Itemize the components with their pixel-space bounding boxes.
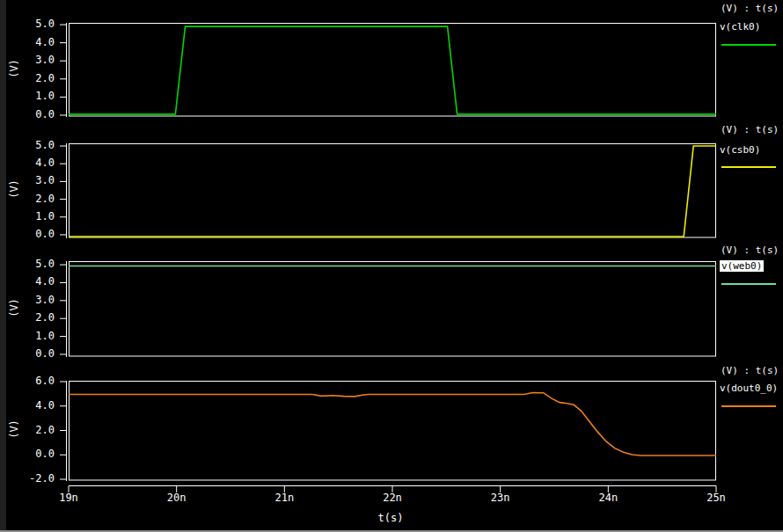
x-axis-tick-label: 22n: [373, 492, 412, 504]
y-axis-tick-label: 0.0: [16, 229, 55, 240]
y-axis-tick-label: 0.0: [16, 348, 55, 360]
plot-area-dout0_0[interactable]: [56, 381, 720, 481]
x-axis-title: t(s): [366, 512, 415, 524]
y-axis-tick-label: 3.0: [16, 295, 55, 306]
legend-header: (V) : t(s): [721, 124, 779, 135]
y-axis-tick-label: 5.0: [16, 140, 55, 151]
y-axis-tick-label: -2.0: [16, 473, 55, 485]
y-axis-tick-label: 1.0: [16, 91, 55, 102]
x-axis-tick-label: 23n: [481, 492, 520, 504]
y-axis-tick-label: 6.0: [16, 375, 55, 387]
legend-color-line-dout0_0: [721, 405, 776, 407]
y-axis-tick-label: 5.0: [16, 259, 55, 270]
legend-header: (V) : t(s): [721, 3, 779, 14]
y-axis-tick-label: 1.0: [16, 331, 55, 342]
y-axis-tick-label: 3.0: [16, 55, 55, 66]
y-axis-tick-label: 0.0: [16, 448, 55, 460]
y-axis-tick-label: 2.0: [16, 73, 55, 84]
legend-color-line-web0: [721, 283, 776, 285]
x-axis-tick-label: 21n: [265, 492, 304, 504]
legend-signal-csb0[interactable]: v(csb0): [720, 144, 760, 156]
legend-signal-clk0[interactable]: v(clk0): [720, 21, 760, 33]
legend-header: (V) : t(s): [721, 244, 779, 256]
x-axis-tick-label: 20n: [157, 492, 196, 504]
y-axis-tick-label: 2.0: [16, 312, 55, 324]
y-axis-tick-label: 1.0: [16, 211, 55, 222]
legend-color-line-csb0: [721, 166, 776, 168]
plot-area-web0[interactable]: [56, 261, 720, 357]
y-axis-tick-label: 2.0: [16, 425, 55, 436]
y-axis-tick-label: 4.0: [16, 276, 55, 288]
y-axis-tick-label: 3.0: [16, 175, 55, 186]
x-axis-tick-label: 19n: [49, 492, 88, 504]
y-axis-tick-label: 4.0: [16, 400, 55, 412]
x-axis-tick-label: 25n: [697, 492, 735, 504]
legend-color-line-clk0: [721, 44, 776, 46]
legend-signal-web0[interactable]: v(web0): [720, 260, 764, 272]
x-axis-tick-label: 24n: [589, 492, 627, 504]
y-axis-tick-label: 4.0: [16, 157, 55, 169]
legend-signal-dout0_0[interactable]: v(dout0_0): [720, 383, 778, 394]
y-axis-tick-label: 4.0: [16, 37, 55, 48]
legend-header: (V) : t(s): [721, 365, 779, 376]
plot-area-csb0[interactable]: [56, 143, 720, 238]
y-axis-tick-label: 0.0: [16, 109, 55, 120]
plot-area-clk0[interactable]: [56, 23, 720, 117]
waveform-viewer-window: (V) (V) : t(s) v(clk0) (V) (V) : t(s) v(…: [0, 0, 783, 532]
window-left-border: [0, 0, 6, 532]
y-axis-tick-label: 2.0: [16, 193, 55, 205]
y-axis-tick-label: 5.0: [16, 18, 55, 30]
